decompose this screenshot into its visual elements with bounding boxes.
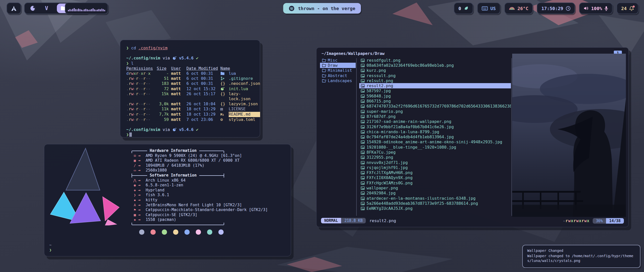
size-cell: - bbox=[157, 71, 169, 76]
file-row[interactable]: super-mario.png bbox=[359, 109, 511, 114]
file-row[interactable]: 3126f7e9bbf21a8a4af0b67b041c6e26.jpg bbox=[359, 124, 511, 129]
user-cell: matt bbox=[171, 76, 184, 81]
leaf-icon bbox=[464, 6, 469, 11]
date-cell: 6 oct 00:31 bbox=[186, 81, 218, 86]
file-name: 19201080-__blue-tinge__-1920×1080.jpg bbox=[367, 145, 456, 150]
fetch-row: ∕ → 10948MiB / 64183MiB (17%) bbox=[132, 163, 288, 168]
file-name: super-mario.png bbox=[367, 109, 403, 114]
file-row[interactable]: chica-mirando-la-luna-8799.jpg bbox=[359, 129, 511, 134]
check-icon: ✔ bbox=[196, 56, 198, 60]
wallpaper-shard bbox=[392, 3, 433, 25]
fetch-row: ◈ → 1558 (pacman) bbox=[132, 217, 288, 222]
arrow-icon: → bbox=[138, 217, 146, 222]
terminal-input-line[interactable]: ❯ bbox=[126, 132, 254, 137]
rainbow-icon bbox=[509, 6, 515, 10]
keyboard-layout-label: US bbox=[490, 6, 496, 11]
file-row[interactable]: 87r687df.png bbox=[359, 114, 511, 119]
file-row[interactable]: 587597.jpg bbox=[359, 88, 511, 93]
tray-weather[interactable]: 26°C bbox=[504, 3, 533, 14]
notification-popup[interactable]: Wallpaper Changed Wallpaper changed to /… bbox=[522, 245, 640, 268]
size-cell: 11k bbox=[157, 107, 169, 112]
hardware-icon: ∕ bbox=[132, 163, 138, 168]
file-name: ressdfgult.png bbox=[367, 58, 400, 63]
file-row[interactable]: 68747470733a2f2f696d616765732d7769786d70… bbox=[359, 104, 511, 109]
file-name: lazyvim.json bbox=[229, 101, 260, 107]
sidebar-folder-item[interactable]: Abstract bbox=[320, 73, 356, 78]
file-row[interactable]: rsjqojlmjhf91.jpg bbox=[359, 165, 511, 170]
file-row[interactable]: atardecer-en-la-montanas-ilustracion-634… bbox=[359, 196, 511, 201]
folder-open-icon bbox=[322, 68, 326, 73]
folder-open-icon bbox=[322, 58, 326, 63]
file-name: FXfcII0X0AQyn9X.png bbox=[367, 175, 413, 180]
vim-icon[interactable]: V bbox=[43, 5, 50, 12]
file-row[interactable]: 154928-odinokoe_anime-art-anime-okno-sin… bbox=[359, 140, 511, 145]
firefox-icon[interactable] bbox=[30, 5, 36, 12]
file-row[interactable]: 0c794faf07de24a4db4d4fb1eb813964.jpg bbox=[359, 134, 511, 139]
file-row[interactable]: kurz.png bbox=[359, 68, 511, 73]
sidebar-folder-item[interactable]: Misc bbox=[320, 58, 356, 63]
software-icon: ▪ bbox=[132, 198, 138, 203]
folder-name: Landscapes bbox=[328, 78, 352, 83]
palette-dot bbox=[162, 229, 167, 235]
file-row[interactable]: 596848.jpg bbox=[359, 93, 511, 98]
keyboard-icon bbox=[482, 6, 488, 11]
palette-dot bbox=[173, 229, 178, 235]
palette-dot bbox=[218, 229, 224, 235]
file-name: .neoconf.json bbox=[229, 81, 260, 86]
folder-name: Misc bbox=[328, 58, 338, 63]
file-row[interactable]: 866715.png bbox=[359, 98, 511, 104]
arrow-icon: → bbox=[138, 183, 146, 188]
hardware-icon: ⊡ bbox=[132, 153, 138, 158]
file-name: lazy-lock.json bbox=[229, 91, 260, 101]
check-icon: ✔ bbox=[196, 127, 198, 132]
file-name: result2.png bbox=[367, 83, 393, 88]
file-row[interactable]: resssult.png bbox=[359, 73, 511, 78]
date-cell: 6 oct 00:31 bbox=[186, 76, 218, 81]
file-row[interactable]: EeNKYgIUcAAJ5JX.png bbox=[359, 206, 511, 211]
file-listing: Permissions Size User Date Modified Name bbox=[126, 66, 254, 71]
terminal-window: ❯ cd .config/nvim ~/.config/nvim via v5.… bbox=[120, 40, 260, 138]
image-file-icon bbox=[361, 150, 365, 155]
file-type-icon: {} bbox=[220, 91, 226, 101]
file-row[interactable]: FXfcHgcWIAMzs0G.png bbox=[359, 180, 511, 185]
file-row[interactable]: 8FKa7Cu.jpeg bbox=[359, 150, 511, 155]
fetch-value: 644x272 bbox=[146, 168, 288, 173]
command-l: l bbox=[131, 61, 134, 66]
sidebar-folder-item[interactable]: Landscapes bbox=[320, 78, 356, 83]
file-row[interactable]: 08a634fa02a32364f69ebc86a98eb1eb.png bbox=[359, 63, 511, 68]
file-type-icon bbox=[220, 86, 226, 91]
fetch-row: ⚑ → Catppuccin-Macchiato-Standard-Lavend… bbox=[132, 208, 288, 213]
folder-name: Draw bbox=[328, 63, 338, 68]
file-row[interactable]: FXfcII0X0AQyn9X.png bbox=[359, 175, 511, 180]
file-row[interactable]: 217167-sad-anime-rain-wallpaper.png bbox=[359, 119, 511, 124]
tray-clock[interactable]: 17:50:29 bbox=[537, 3, 575, 14]
file-row[interactable]: 19201080-__blue-tinge__-1920×1080.jpg bbox=[359, 145, 511, 150]
music-widget[interactable]: thrown - on the verge bbox=[283, 3, 361, 14]
tray-notifications[interactable]: 24 bbox=[617, 3, 638, 14]
file-row[interactable]: 3122955.png bbox=[359, 155, 511, 160]
column-header: Size bbox=[157, 66, 169, 71]
file-manager-window: ~/Imagenes/Wallpapers/Draw 1 Misc Draw M… bbox=[316, 47, 629, 227]
file-row[interactable]: result2.png bbox=[359, 83, 511, 88]
file-row[interactable]: 20492984.jpg bbox=[359, 191, 511, 196]
launcher-button[interactable] bbox=[7, 3, 21, 14]
software-icon: ◈ bbox=[132, 217, 138, 222]
sidebar-folder-item[interactable]: Draw bbox=[320, 63, 356, 68]
tray-volume[interactable]: 100% bbox=[579, 3, 613, 14]
file-row[interactable]: wallpaper.png bbox=[359, 185, 511, 190]
sidebar-folder-item[interactable]: Minimalist bbox=[320, 68, 356, 73]
fetch-shell-prompt[interactable]: ~ ❯ bbox=[49, 243, 52, 253]
file-name: init.lua bbox=[229, 86, 260, 91]
file-row[interactable]: FXfcJlTXgAMvH6R.png bbox=[359, 170, 511, 175]
file-row[interactable]: nnvuv0xj2df71.jpg bbox=[359, 160, 511, 165]
file-row[interactable]: 5a266e448add93deab367d87173e9f25-6837886… bbox=[359, 201, 511, 206]
folder-open-icon bbox=[322, 73, 326, 78]
file-name: re1sult.png bbox=[367, 78, 393, 83]
file-row[interactable]: ressdfgult.png bbox=[359, 58, 511, 63]
file-row[interactable]: re1sult.png bbox=[359, 78, 511, 83]
tray-updates[interactable]: 0 bbox=[454, 3, 473, 14]
user-cell: matt bbox=[171, 117, 184, 122]
hardware-icon: ▭ bbox=[132, 168, 138, 173]
image-file-icon bbox=[361, 63, 365, 68]
tray-keyboard-layout[interactable]: US bbox=[477, 3, 500, 14]
